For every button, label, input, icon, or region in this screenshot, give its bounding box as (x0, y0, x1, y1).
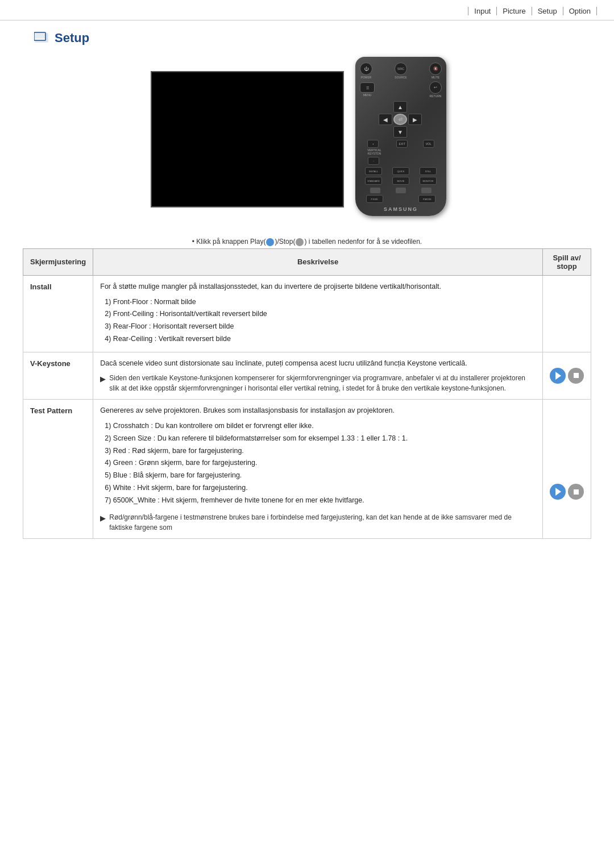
power-button: ⏻ (360, 63, 372, 75)
stop-button-2[interactable] (568, 484, 584, 500)
col1-header: Skjermjustering (23, 248, 93, 275)
left-button: ◀ (379, 114, 392, 125)
col3-header: Spill av/ stopp (543, 248, 591, 275)
vkeystone-description: Dacă scenele video sunt distorsionate sa… (93, 352, 543, 400)
mute-button: 🔇 (429, 63, 442, 75)
stop-square-2 (574, 489, 579, 495)
list-item: 1) Front-Floor : Normalt bilde (105, 297, 536, 308)
stop-icon-inline (296, 238, 304, 246)
top-navigation: Input Picture Setup Option (0, 0, 614, 20)
source-button: SRC (395, 63, 407, 75)
p-size-button: P.SIZE (366, 195, 383, 203)
table-row: Test Pattern Genereres av selve projekto… (23, 400, 591, 539)
up-button: ▲ (393, 101, 407, 113)
list-item: 7) 6500K_White : Hvit skjerm, fremhever … (105, 495, 536, 506)
remote-control: ⏻ POWER SRC SOURCE 🔇 MUTE ☰ MENU (355, 57, 463, 222)
play-button[interactable] (550, 368, 566, 384)
ok-button: ⏎ (393, 114, 407, 125)
vkeystone-icons (543, 352, 591, 400)
list-item: 1) Crosshatch : Du kan kontrollere om bi… (105, 421, 536, 431)
instruction-line: • Klikk på knappen Play()/Stop() i tabel… (0, 233, 614, 248)
vkeystone-label: V-Keystone (23, 352, 93, 400)
list-item: 2) Front-Ceiling : Horisontalt/vertikalt… (105, 309, 536, 319)
play-triangle-2 (555, 488, 561, 496)
content-area: Skjermjustering Beskrivelse Spill av/ st… (0, 248, 614, 551)
monitor-button: MONITOR (420, 177, 437, 185)
play-button-2[interactable] (550, 484, 566, 500)
list-item: 3) Rear-Floor : Horisontalt reversert bi… (105, 321, 536, 332)
play-triangle (555, 372, 561, 380)
page-title-area: Setup (0, 20, 614, 51)
gray-btn3 (421, 188, 432, 193)
testpattern-sub-list: 1) Crosshatch : Du kan kontrollere om bi… (105, 421, 536, 505)
page-title: Setup (55, 31, 89, 45)
setup-icon (34, 31, 50, 45)
vkeystone-note: Siden den vertikale Keystone-funksjonen … (109, 373, 536, 393)
list-item: 4) Rear-Ceiling : Vertikalt reversert bi… (105, 334, 536, 344)
hero-area: ⏻ POWER SRC SOURCE 🔇 MUTE ☰ MENU (0, 51, 614, 233)
table-row: Install For å støtte mulige mangler på i… (23, 275, 591, 352)
stop-button[interactable] (568, 368, 584, 384)
screen-preview (151, 71, 344, 207)
note-arrow: ▶ (100, 373, 106, 393)
svg-rect-2 (35, 33, 45, 39)
play-icon-inline (266, 238, 274, 246)
vol-minus-button: - (368, 157, 379, 165)
nav-input[interactable]: Input (468, 7, 496, 15)
install-description: For å støtte mulige mangler på installas… (93, 275, 543, 352)
install-label: Install (23, 275, 93, 352)
play-stop-icons (550, 368, 584, 384)
testpattern-note: Rød/grønn/blå-fargene i testmønstrene br… (109, 512, 536, 533)
still-button: STILL (420, 167, 437, 175)
install-sub-list: 1) Front-Floor : Normalt bilde 2) Front-… (105, 297, 536, 344)
movie-button: MOVIE (392, 177, 409, 185)
testpattern-icons (543, 400, 591, 539)
install-icons (543, 275, 591, 352)
main-table: Skjermjustering Beskrivelse Spill av/ st… (23, 248, 591, 539)
table-row: V-Keystone Dacă scenele video sunt disto… (23, 352, 591, 400)
quick-button: QUICK (392, 167, 409, 175)
nav-option[interactable]: Option (563, 7, 597, 15)
testpattern-label: Test Pattern (23, 400, 93, 539)
vol-label: VOL (423, 140, 434, 148)
list-item: 4) Green : Grønn skjerm, bare for fargej… (105, 458, 536, 468)
list-item: 6) White : Hvit skjerm, bare for fargeju… (105, 483, 536, 493)
list-item: 2) Screen Size : Du kan referere til bil… (105, 433, 536, 444)
nav-setup[interactable]: Setup (532, 7, 563, 15)
note-arrow2: ▶ (100, 513, 106, 533)
menu-button: ☰ (360, 82, 375, 93)
return-button: ↩ (429, 81, 442, 94)
p-mode-button: P.MODE (418, 195, 435, 203)
stop-square (574, 373, 579, 378)
play-stop-icons-2 (550, 484, 584, 500)
down-button: ▼ (393, 126, 407, 138)
list-item: 5) Blue : Blå skjerm, bare for fargejust… (105, 470, 536, 481)
col2-header: Beskrivelse (93, 248, 543, 275)
nav-items: Input Picture Setup Option (468, 7, 597, 15)
exit-button: EXIT (396, 140, 408, 148)
vol-plus-button: + (367, 140, 379, 148)
standard-button: STANDARD (365, 177, 382, 185)
list-item: 3) Red : Rød skjerm, bare for fargejuste… (105, 446, 536, 456)
samsung-brand: SAMSUNG (360, 206, 442, 212)
gray-btn2 (396, 188, 406, 193)
testpattern-description: Genereres av selve projektoren. Brukes s… (93, 400, 543, 539)
install-button: INSTALL (365, 167, 382, 175)
nav-picture[interactable]: Picture (496, 7, 531, 15)
right-button: ▶ (408, 114, 422, 125)
gray-btn (370, 188, 380, 193)
